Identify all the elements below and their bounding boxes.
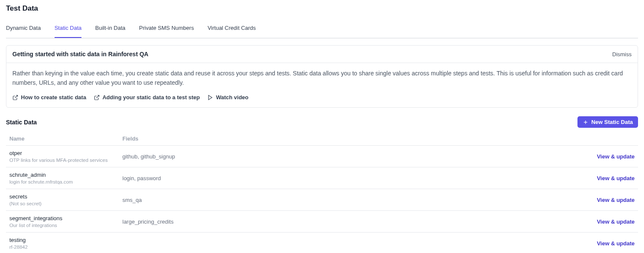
row-description: (Not so secret): [9, 201, 122, 206]
external-link-icon: [12, 95, 18, 101]
tab-virtual-credit-cards[interactable]: Virtual Credit Cards: [208, 20, 256, 38]
tab-static-data[interactable]: Static Data: [55, 20, 82, 38]
tabs-bar: Dynamic Data Static Data Built-in Data P…: [6, 20, 638, 38]
row-description: OTP links for various MFA-protected serv…: [9, 158, 122, 163]
link-how-to-label: How to create static data: [21, 94, 86, 101]
table-row: testingrf-28842View & update: [6, 233, 638, 253]
link-adding-static-data-to-step[interactable]: Adding your static data to a test step: [94, 94, 200, 101]
section-title-static-data: Static Data: [6, 119, 37, 126]
tab-built-in-data[interactable]: Built-in Data: [95, 20, 125, 38]
svg-marker-2: [209, 95, 212, 100]
row-description: login for schrute.rnfrstqa.com: [9, 179, 122, 184]
row-name: secrets: [9, 193, 122, 200]
table-row: schrute_adminlogin for schrute.rnfrstqa.…: [6, 167, 638, 189]
view-and-update-link[interactable]: View & update: [597, 175, 635, 181]
row-fields: github, github_signup: [122, 153, 571, 160]
view-and-update-link[interactable]: View & update: [597, 240, 635, 247]
table-row: otperOTP links for various MFA-protected…: [6, 146, 638, 167]
new-static-data-label: New Static Data: [591, 119, 633, 125]
row-name: segment_integrations: [9, 215, 122, 221]
row-fields: large_pricing_credits: [122, 218, 571, 225]
view-and-update-link[interactable]: View & update: [597, 197, 635, 203]
row-description: rf-28842: [9, 244, 122, 250]
play-icon: [207, 95, 213, 101]
getting-started-card: Getting started with static data in Rain…: [6, 45, 638, 108]
column-header-fields[interactable]: Fields: [122, 135, 571, 142]
plus-icon: [583, 119, 589, 125]
getting-started-description: Rather than keying in the value each tim…: [12, 69, 632, 87]
tab-private-sms-numbers[interactable]: Private SMS Numbers: [139, 20, 194, 38]
table-header: Name Fields: [6, 132, 638, 146]
dismiss-button[interactable]: Dismiss: [612, 51, 632, 58]
svg-line-1: [96, 95, 99, 98]
table-row: secrets(Not so secret)sms_qaView & updat…: [6, 189, 638, 211]
link-watch-video[interactable]: Watch video: [207, 94, 248, 101]
row-name: testing: [9, 237, 122, 243]
row-fields: sms_qa: [122, 197, 571, 203]
tab-dynamic-data[interactable]: Dynamic Data: [6, 20, 41, 38]
link-adding-label: Adding your static data to a test step: [102, 94, 200, 101]
external-link-icon: [94, 95, 100, 101]
svg-line-0: [15, 95, 17, 98]
row-name: otper: [9, 150, 122, 156]
column-header-name[interactable]: Name: [9, 135, 122, 142]
row-description: Our list of integrations: [9, 223, 122, 228]
row-name: schrute_admin: [9, 172, 122, 178]
table-row: segment_integrationsOur list of integrat…: [6, 211, 638, 233]
page-title: Test Data: [6, 4, 638, 13]
new-static-data-button[interactable]: New Static Data: [577, 116, 638, 128]
view-and-update-link[interactable]: View & update: [597, 218, 635, 225]
getting-started-title: Getting started with static data in Rain…: [12, 51, 148, 58]
link-how-to-create-static-data[interactable]: How to create static data: [12, 94, 86, 101]
row-fields: login, password: [122, 175, 571, 181]
link-video-label: Watch video: [216, 94, 248, 101]
table-body: otperOTP links for various MFA-protected…: [6, 146, 638, 253]
view-and-update-link[interactable]: View & update: [597, 153, 635, 160]
